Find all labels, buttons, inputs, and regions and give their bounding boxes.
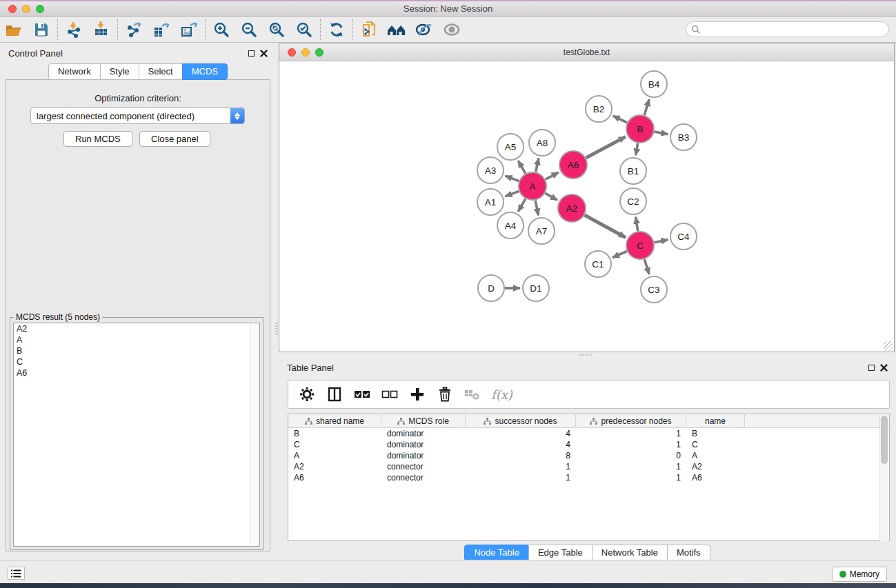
- table-cell[interactable]: B: [686, 428, 745, 439]
- table-settings-button[interactable]: [298, 385, 316, 403]
- tab-select[interactable]: Select: [139, 63, 183, 80]
- table-cell[interactable]: 8: [466, 450, 576, 461]
- export-table-button[interactable]: [148, 19, 175, 41]
- window-resize-grip[interactable]: [884, 341, 893, 351]
- result-item[interactable]: A: [14, 334, 259, 345]
- function-builder-button[interactable]: f(x): [491, 387, 512, 402]
- table-cell[interactable]: A6: [288, 472, 381, 483]
- show-columns-button[interactable]: [326, 385, 344, 403]
- result-item[interactable]: C: [14, 356, 259, 367]
- graph-edge-B-B2[interactable]: [613, 116, 627, 123]
- open-file-button[interactable]: [0, 19, 28, 41]
- export-image-button[interactable]: [175, 19, 203, 41]
- table-cell[interactable]: 4: [466, 439, 576, 450]
- graph-edge-C-C2[interactable]: [636, 217, 638, 232]
- graph-node-B4[interactable]: B4: [641, 71, 667, 97]
- save-session-button[interactable]: [28, 19, 55, 41]
- graph-edge-A-A7[interactable]: [535, 201, 538, 216]
- close-table-panel-icon[interactable]: [880, 364, 888, 372]
- result-item[interactable]: A2: [14, 323, 259, 334]
- table-cell[interactable]: dominator: [381, 439, 466, 450]
- split-handle-horizontal[interactable]: [579, 354, 593, 356]
- tab-network-table[interactable]: Network Table: [592, 545, 668, 561]
- apply-layout-button[interactable]: [323, 19, 350, 41]
- graph-node-C4[interactable]: C4: [670, 223, 697, 250]
- graph-node-A8[interactable]: A8: [529, 130, 555, 156]
- tab-motifs[interactable]: Motifs: [667, 545, 710, 561]
- zoom-out-button[interactable]: [235, 19, 263, 41]
- graph-node-A1[interactable]: A1: [477, 189, 504, 215]
- graph-edge-A-A3[interactable]: [506, 176, 519, 181]
- destroy-table-button[interactable]: [464, 385, 481, 403]
- table-row[interactable]: Cdominator41C: [288, 439, 889, 450]
- graph-edge-B-B4[interactable]: [644, 99, 649, 115]
- graph-node-A3[interactable]: A3: [477, 157, 504, 183]
- graph-node-A4[interactable]: A4: [497, 212, 524, 239]
- column-header-successor-nodes[interactable]: successor nodes: [466, 414, 576, 428]
- graph-edge-C-C1[interactable]: [613, 251, 627, 257]
- graph-node-A7[interactable]: A7: [528, 218, 555, 244]
- table-cell[interactable]: A: [288, 450, 381, 461]
- graph-edge-C-C4[interactable]: [655, 240, 668, 243]
- table-cell[interactable]: 1: [576, 428, 686, 439]
- delete-column-button[interactable]: [436, 385, 454, 403]
- add-column-button[interactable]: [408, 385, 426, 403]
- zoom-selected-button[interactable]: [290, 19, 318, 41]
- table-cell[interactable]: 1: [466, 472, 576, 483]
- mcds-result-list[interactable]: A2ABCA6: [13, 323, 260, 547]
- graphics-details-button[interactable]: [410, 19, 438, 41]
- graph-node-C3[interactable]: C3: [641, 276, 667, 303]
- graph-node-B3[interactable]: B3: [670, 124, 697, 150]
- tab-node-table[interactable]: Node Table: [464, 545, 529, 561]
- result-scrollbar[interactable]: [250, 323, 259, 546]
- table-cell[interactable]: 1: [576, 461, 686, 472]
- node-table[interactable]: shared nameMCDS rolesuccessor nodesprede…: [288, 414, 890, 541]
- table-cell[interactable]: C: [686, 439, 745, 450]
- export-network-button[interactable]: [120, 19, 148, 41]
- graph-edge-A-A8[interactable]: [536, 158, 539, 172]
- network-window-titlebar[interactable]: testGlobe.txt: [279, 43, 894, 61]
- graph-node-C[interactable]: C: [626, 232, 654, 259]
- graph-node-A6[interactable]: A6: [559, 151, 587, 179]
- column-header-predecessor-nodes[interactable]: predecessor nodes: [576, 414, 686, 428]
- table-cell[interactable]: B: [288, 428, 381, 439]
- graph-edge-A6-B[interactable]: [586, 136, 626, 158]
- result-item[interactable]: A6: [14, 367, 259, 378]
- column-header-MCDS-role[interactable]: MCDS role: [381, 414, 466, 428]
- birds-eye-view-button[interactable]: [438, 19, 466, 41]
- graph-edge-C-C3[interactable]: [644, 259, 649, 274]
- split-handle-vertical[interactable]: [275, 323, 278, 335]
- task-history-button[interactable]: [8, 567, 25, 580]
- select-all-columns-button[interactable]: [353, 385, 371, 403]
- table-cell[interactable]: connector: [381, 461, 466, 472]
- table-row[interactable]: Adominator80A: [288, 450, 889, 461]
- table-cell[interactable]: A2: [686, 461, 745, 472]
- result-item[interactable]: B: [14, 345, 259, 356]
- graph-node-A5[interactable]: A5: [497, 134, 524, 160]
- graph-edge-A-A4[interactable]: [518, 199, 525, 212]
- table-cell[interactable]: 1: [576, 472, 686, 483]
- table-cell[interactable]: 0: [576, 450, 686, 461]
- tab-edge-table[interactable]: Edge Table: [528, 545, 593, 561]
- graph-edge-B-B1[interactable]: [636, 143, 638, 156]
- import-table-button[interactable]: [88, 19, 115, 41]
- unselect-all-columns-button[interactable]: [381, 385, 399, 403]
- column-header-name[interactable]: name: [686, 414, 745, 428]
- table-cell[interactable]: A6: [686, 472, 745, 483]
- table-cell[interactable]: 1: [576, 439, 686, 450]
- search-field[interactable]: [686, 21, 889, 37]
- table-cell[interactable]: 4: [466, 428, 576, 439]
- graph-node-B2[interactable]: B2: [586, 96, 612, 122]
- graph-node-B[interactable]: B: [626, 115, 654, 143]
- table-row[interactable]: A2connector11A2: [288, 461, 889, 472]
- copy-network-button[interactable]: [355, 19, 383, 41]
- table-cell[interactable]: 1: [466, 461, 576, 472]
- graph-node-C2[interactable]: C2: [620, 188, 646, 214]
- graph-node-B1[interactable]: B1: [620, 158, 646, 184]
- tab-mcds[interactable]: MCDS: [182, 63, 228, 80]
- table-cell[interactable]: dominator: [381, 428, 466, 439]
- graph-node-D1[interactable]: D1: [523, 275, 549, 301]
- import-network-button[interactable]: [60, 19, 88, 41]
- table-cell[interactable]: connector: [381, 472, 466, 483]
- graph-edge-A-A6[interactable]: [546, 172, 559, 179]
